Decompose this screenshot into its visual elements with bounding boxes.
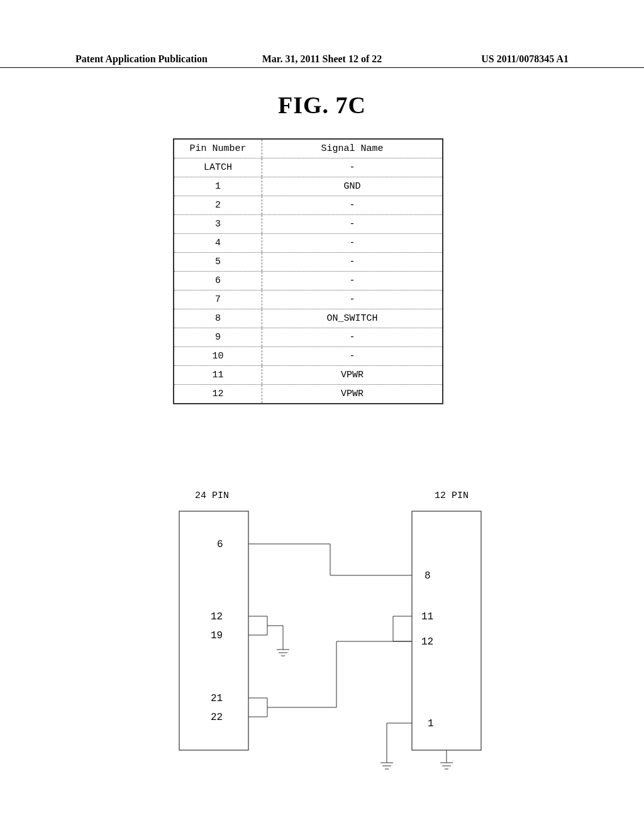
left-pin-6: 6 — [217, 539, 223, 550]
connector-12pin-label: 12 PIN — [435, 490, 469, 501]
table-row: 2 - — [174, 196, 442, 215]
right-pin1-ground — [380, 723, 412, 769]
signal-cell: - — [262, 158, 442, 177]
pin-cell: 12 — [174, 385, 262, 403]
pin-cell: 5 — [174, 253, 262, 271]
table-header-signal: Signal Name — [262, 140, 442, 158]
figure-title: FIG. 7C — [278, 91, 366, 119]
signal-cell: ON_SWITCH — [262, 309, 442, 328]
pin-cell: 8 — [174, 309, 262, 328]
signal-cell: VPWR — [262, 385, 442, 403]
signal-cell: - — [262, 328, 442, 346]
right-connector-ground — [440, 750, 453, 769]
right-pin-11: 11 — [421, 611, 433, 622]
table-row: 5 - — [174, 253, 442, 272]
table-row: 6 - — [174, 272, 442, 290]
table-row: 10 - — [174, 347, 442, 366]
signal-cell: - — [262, 196, 442, 214]
signal-cell: - — [262, 234, 442, 252]
wire-12-19-bracket — [248, 616, 289, 656]
signal-cell: - — [262, 272, 442, 290]
signal-cell: GND — [262, 177, 442, 196]
left-pin-22: 22 — [211, 712, 223, 723]
signal-cell: - — [262, 290, 442, 309]
pin-cell: 6 — [174, 272, 262, 290]
table-row: 8 ON_SWITCH — [174, 309, 442, 328]
table-row: 7 - — [174, 290, 442, 309]
right-bracket-11-12 — [393, 616, 412, 641]
table-row: 9 - — [174, 328, 442, 347]
left-pin-12: 12 — [211, 611, 223, 622]
pin-cell: LATCH — [174, 158, 262, 177]
table-row: LATCH - — [174, 158, 442, 177]
table-row: 11 VPWR — [174, 366, 442, 385]
table-row: 1 GND — [174, 177, 442, 196]
page-header: Patent Application Publication Mar. 31, … — [0, 53, 644, 68]
pin-diagram: 24 PIN 12 PIN 6 12 19 21 22 8 11 12 1 — [173, 490, 487, 805]
pin-table: Pin Number Signal Name LATCH - 1 GND 2 -… — [173, 138, 443, 404]
signal-cell: - — [262, 253, 442, 271]
table-header-row: Pin Number Signal Name — [174, 140, 442, 158]
right-pin-8: 8 — [425, 570, 431, 582]
left-pin-19: 19 — [211, 630, 223, 641]
table-row: 4 - — [174, 234, 442, 253]
pin-cell: 4 — [174, 234, 262, 252]
wire-21-22-to-right — [248, 641, 412, 717]
signal-cell: - — [262, 347, 442, 365]
pin-cell: 10 — [174, 347, 262, 365]
table-header-pin: Pin Number — [174, 140, 262, 158]
table-row: 3 - — [174, 215, 442, 234]
wiring-diagram: 6 12 19 21 22 8 11 12 1 — [173, 506, 487, 789]
pin-cell: 7 — [174, 290, 262, 309]
pin-cell: 1 — [174, 177, 262, 196]
header-right: US 2011/0078345 A1 — [404, 53, 569, 65]
table-row: 12 VPWR — [174, 385, 442, 403]
signal-cell: VPWR — [262, 366, 442, 384]
wire-6-to-8 — [248, 544, 412, 575]
pin-cell: 3 — [174, 215, 262, 233]
connector-24pin-label: 24 PIN — [195, 490, 229, 501]
header-left: Patent Application Publication — [75, 53, 240, 65]
right-pin-12: 12 — [421, 636, 433, 648]
connector-12pin-box — [412, 511, 481, 750]
pin-cell: 2 — [174, 196, 262, 214]
signal-cell: - — [262, 215, 442, 233]
right-pin-1: 1 — [428, 718, 434, 729]
pin-cell: 9 — [174, 328, 262, 346]
left-pin-21: 21 — [211, 693, 223, 704]
pin-cell: 11 — [174, 366, 262, 384]
header-mid: Mar. 31, 2011 Sheet 12 of 22 — [240, 53, 404, 65]
